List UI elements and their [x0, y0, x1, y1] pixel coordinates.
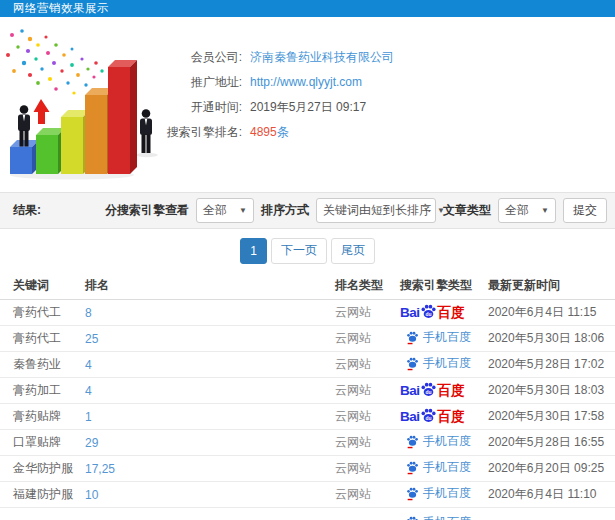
engine-cell: Bai du 百度 — [400, 459, 488, 478]
engine-filter-select[interactable]: 全部 ▼ — [196, 198, 254, 223]
update-time-cell: 2020年5月28日 17:02 — [488, 356, 615, 373]
results-label: 结果: — [13, 202, 41, 219]
engine-cell: Bai du 百度 — [400, 485, 488, 504]
rank-link[interactable]: 10 — [85, 488, 98, 502]
mobile-baidu-paw-icon — [406, 487, 419, 501]
table-row: 膏药贴牌 1 云网站 Bai du 百度 — [0, 404, 615, 430]
baidu-logo-bai-text: Bai — [400, 305, 420, 320]
rank-cell: 1 — [85, 410, 335, 424]
rank-cell: 4 — [85, 358, 335, 372]
baidu-paw-icon: du — [420, 381, 437, 398]
keyword-text: 秦鲁药业 — [13, 357, 61, 371]
baidu-logo-bai-text: Bai — [400, 383, 420, 398]
update-time-cell: 2020年5月30日 18:06 — [488, 330, 615, 347]
header-engine-type: 搜索引擎类型 — [400, 277, 488, 294]
last-page-button[interactable]: 尾页 — [331, 238, 375, 264]
article-type-value: 全部 — [505, 202, 529, 219]
baidu-logo-baidu-text: 百度 — [438, 382, 465, 400]
rank-link[interactable]: 17,25 — [85, 462, 115, 476]
mobile-baidu-text: 手机百度 — [423, 433, 471, 450]
rank-type-cell: 云网站 — [335, 356, 400, 373]
submit-button[interactable]: 提交 — [563, 198, 607, 223]
table-row: 金华防护服 17,25 云网站 Bai du 百度 — [0, 456, 615, 482]
member-company-label: 会员公司: — [156, 49, 242, 66]
rank-type-text: 云网站 — [335, 357, 371, 371]
rank-type-text: 云网站 — [335, 305, 371, 319]
mobile-baidu-logo: 手机百度 — [406, 433, 471, 450]
keyword-cell: 膏药代工 — [13, 330, 85, 347]
baidu-logo-baidu-text: 百度 — [438, 408, 465, 426]
rank-link[interactable]: 25 — [85, 332, 98, 346]
window-title-bar: 网络营销效果展示 — [0, 0, 615, 17]
page-button-current[interactable]: 1 — [240, 238, 267, 264]
company-detail-fields: 会员公司: 济南秦鲁药业科技有限公司 推广地址: http://www.qlyy… — [156, 48, 394, 148]
update-time-cell: 2020年5月28日 16:55 — [488, 434, 615, 451]
baidu-logo-baidu-text: 百度 — [438, 304, 465, 322]
keyword-cell: 膏药贴牌 — [13, 408, 85, 425]
rank-cell: 25 — [85, 332, 335, 346]
keyword-cell: 膏药代工 — [13, 304, 85, 321]
rank-type-cell: 云网站 — [335, 486, 400, 503]
rank-type-cell: 云网站 — [335, 382, 400, 399]
update-time-text: 2020年6月20日 09:25 — [488, 461, 604, 475]
promo-url-label: 推广地址: — [156, 74, 242, 91]
table-row: 膏药代工 8 云网站 Bai du 百度 — [0, 300, 615, 326]
header-keyword: 关键词 — [13, 277, 85, 294]
update-time-cell: 2020年5月30日 18:03 — [488, 382, 615, 399]
open-time-value: 2019年5月27日 09:17 — [250, 99, 366, 116]
growth-arrow — [34, 99, 50, 124]
company-info-section: 会员公司: 济南秦鲁药业科技有限公司 推广地址: http://www.qlyy… — [0, 17, 615, 192]
engine-cell: Bai du 百度 — [400, 303, 488, 322]
rank-link[interactable]: 29 — [85, 436, 98, 450]
table-row: 福建防护服 10 云网站 Bai du 百度 — [0, 482, 615, 508]
member-company-link[interactable]: 济南秦鲁药业科技有限公司 — [250, 49, 394, 66]
rank-link[interactable]: 4 — [85, 384, 92, 398]
baidu-logo: Bai du 百度 — [400, 381, 465, 400]
mobile-baidu-logo: 手机百度 — [406, 485, 471, 502]
bar-red — [108, 60, 137, 174]
rank-type-cell: 云网站 — [335, 460, 400, 477]
rank-cell: 4 — [85, 384, 335, 398]
mobile-baidu-text: 手机百度 — [423, 485, 471, 502]
marketing-chart-illustration — [0, 25, 175, 183]
update-time-cell: 2020年6月4日 11:15 — [488, 304, 615, 321]
field-open-time: 开通时间: 2019年5月27日 09:17 — [156, 98, 394, 116]
baidu-paw-icon: du — [420, 407, 437, 424]
update-time-text: 2020年6月4日 11:10 — [488, 487, 597, 501]
businessman-right — [136, 109, 158, 157]
rank-type-text: 云网站 — [335, 409, 371, 423]
table-row: 秦鲁药业 4 云网站 Bai du 百度 — [0, 352, 615, 378]
table-row: 口罩贴牌 29 云网站 Bai du 百度 — [0, 430, 615, 456]
rank-type-cell: 云网站 — [335, 434, 400, 451]
rank-type-cell: 云网站 — [335, 304, 400, 321]
rank-link[interactable]: 1 — [85, 410, 92, 424]
update-time-text: 2020年6月4日 11:15 — [488, 305, 597, 319]
keyword-text: 福建防护服 — [13, 487, 73, 501]
mobile-baidu-paw-icon — [406, 435, 419, 449]
keyword-cell: 秦鲁药业 — [13, 356, 85, 373]
update-time-cell: 2020年5月30日 17:58 — [488, 408, 615, 425]
baidu-logo-bai-text: Bai — [400, 409, 420, 424]
sort-value: 关键词由短到长排序 — [323, 202, 431, 219]
engine-rank-count-value: 4895 — [250, 125, 277, 139]
keyword-text: 膏药代工 — [13, 331, 61, 345]
rank-link[interactable]: 4 — [85, 358, 92, 372]
open-time-label: 开通时间: — [156, 99, 242, 116]
rank-link[interactable]: 8 — [85, 306, 92, 320]
mobile-baidu-paw-icon — [406, 331, 419, 345]
promo-url-link[interactable]: http://www.qlyyjt.com — [250, 75, 362, 89]
rank-type-text: 云网站 — [335, 461, 371, 475]
mobile-baidu-paw-icon — [406, 516, 419, 520]
table-row: 膏药代工 25 云网站 Bai du 百度 — [0, 326, 615, 352]
engine-cell: Bai du 百度 — [400, 381, 488, 400]
next-page-button[interactable]: 下一页 — [271, 238, 327, 264]
confetti-dots — [6, 29, 104, 94]
chevron-down-icon: ▼ — [239, 206, 247, 215]
sort-select[interactable]: 关键词由短到长排序 ▼ — [316, 198, 436, 223]
filter-controls: 分搜索引擎查看 全部 ▼ 排序方式 关键词由短到长排序 ▼ 文章类型 全部 ▼ … — [105, 198, 607, 223]
svg-text:du: du — [425, 390, 431, 395]
engine-filter-label: 分搜索引擎查看 — [105, 202, 189, 219]
update-time-text: 2020年5月30日 18:06 — [488, 331, 604, 345]
article-type-select[interactable]: 全部 ▼ — [498, 198, 556, 223]
rank-type-cell: 云网站 — [335, 408, 400, 425]
